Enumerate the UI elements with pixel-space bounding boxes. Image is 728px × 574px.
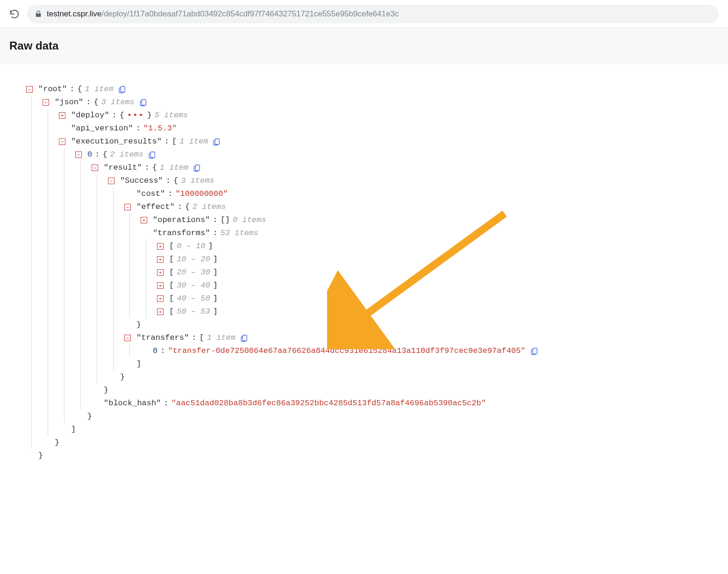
svg-rect-2 <box>215 139 220 144</box>
val-api-version: "1.5.3" <box>143 122 177 135</box>
val-transfer: "transfer-0de7250864e67aa76626a844dcc931… <box>168 344 525 358</box>
svg-rect-1 <box>142 100 146 105</box>
key-json: "json" <box>55 96 83 109</box>
idx-0: 0 <box>87 148 92 161</box>
expand-icon[interactable]: + <box>157 256 164 263</box>
lock-icon <box>35 10 42 18</box>
meta-deploy: 5 items <box>155 109 188 122</box>
svg-rect-0 <box>121 86 125 92</box>
clipboard-icon[interactable] <box>148 151 157 159</box>
meta-result: 1 item <box>160 161 188 174</box>
expand-icon[interactable]: + <box>59 112 65 119</box>
reload-icon[interactable] <box>9 9 20 19</box>
key-transforms: "transforms" <box>153 227 210 240</box>
meta-0: 2 items <box>110 148 143 161</box>
collapse-icon[interactable]: − <box>26 86 33 93</box>
expand-icon[interactable]: + <box>157 243 164 250</box>
page-title: Raw data <box>0 28 728 64</box>
range-0-10: 0 – 10 <box>177 240 205 253</box>
close-brace: } <box>87 410 92 423</box>
expand-icon[interactable]: + <box>157 295 164 302</box>
svg-rect-6 <box>533 348 537 354</box>
json-viewer: − "root" :{ 1 item − "json" :{ 3 items +… <box>0 64 728 481</box>
collapse-icon[interactable]: − <box>43 99 49 106</box>
range-20-30: 20 – 30 <box>177 266 210 279</box>
key-deploy: "deploy" <box>71 109 109 122</box>
range-30-40: 30 – 40 <box>177 279 210 292</box>
ellipsis-icon: ••• <box>127 109 144 122</box>
key-block-hash: "block_hash" <box>104 397 161 410</box>
browser-bar: testnet.cspr.live/deploy/1f17a0bdeaaf71a… <box>0 0 728 28</box>
meta-transfers: 1 item <box>207 331 236 344</box>
key-effect: "effect" <box>136 201 175 214</box>
meta-root: 1 item <box>85 83 114 96</box>
svg-rect-4 <box>196 165 200 171</box>
collapse-icon[interactable]: − <box>124 335 131 341</box>
expand-icon[interactable]: + <box>157 269 164 276</box>
key-cost: "cost" <box>136 187 165 201</box>
clipboard-icon[interactable] <box>530 347 539 355</box>
close-brace: } <box>136 318 141 331</box>
key-result: "result" <box>104 161 142 174</box>
range-50-53: 50 – 53 <box>177 305 210 318</box>
clipboard-icon[interactable] <box>193 164 201 172</box>
meta-exec: 1 item <box>179 135 208 148</box>
key-success: "Success" <box>120 174 163 187</box>
meta-json: 3 items <box>101 96 135 109</box>
meta-effect: 2 items <box>193 201 226 214</box>
clipboard-icon[interactable] <box>139 98 148 107</box>
range-40-50: 40 – 50 <box>177 292 210 305</box>
close-brace: } <box>120 371 125 384</box>
key-root: "root" <box>38 83 67 96</box>
key-execution-results: "execution_results" <box>71 135 162 148</box>
close-brace: } <box>38 449 43 462</box>
close-brace: } <box>104 384 108 397</box>
meta-success: 3 items <box>181 174 214 187</box>
close-brace: } <box>55 436 59 449</box>
expand-icon[interactable]: + <box>157 282 164 289</box>
expand-icon[interactable]: + <box>141 217 147 223</box>
collapse-icon[interactable]: − <box>75 151 82 158</box>
key-transfers: "transfers" <box>136 331 189 344</box>
collapse-icon[interactable]: − <box>92 165 98 171</box>
clipboard-icon[interactable] <box>213 137 221 146</box>
clipboard-icon[interactable] <box>240 334 249 342</box>
svg-rect-3 <box>150 152 155 158</box>
val-block-hash: "aac51dad028ba8b3d6fec86a39252bbc4285d51… <box>171 397 486 410</box>
key-api-version: "api_version" <box>71 122 133 135</box>
svg-rect-5 <box>243 335 247 341</box>
clipboard-icon[interactable] <box>118 85 127 93</box>
url-text: testnet.cspr.live/deploy/1f17a0bdeaaf71a… <box>47 9 399 19</box>
close-bracket: ] <box>136 358 141 371</box>
meta-operations: 0 items <box>233 214 266 227</box>
collapse-icon[interactable]: − <box>59 138 65 145</box>
address-bar[interactable]: testnet.cspr.live/deploy/1f17a0bdeaaf71a… <box>27 5 719 23</box>
meta-transforms: 53 items <box>221 227 259 240</box>
collapse-icon[interactable]: − <box>108 178 114 184</box>
val-cost: "100000000" <box>175 187 228 201</box>
range-10-20: 10 – 20 <box>177 253 210 266</box>
collapse-icon[interactable]: − <box>124 204 131 210</box>
key-operations: "operations" <box>153 214 210 227</box>
transfer-idx: 0 <box>153 344 157 358</box>
expand-icon[interactable]: + <box>157 309 164 315</box>
close-bracket: ] <box>71 423 76 436</box>
